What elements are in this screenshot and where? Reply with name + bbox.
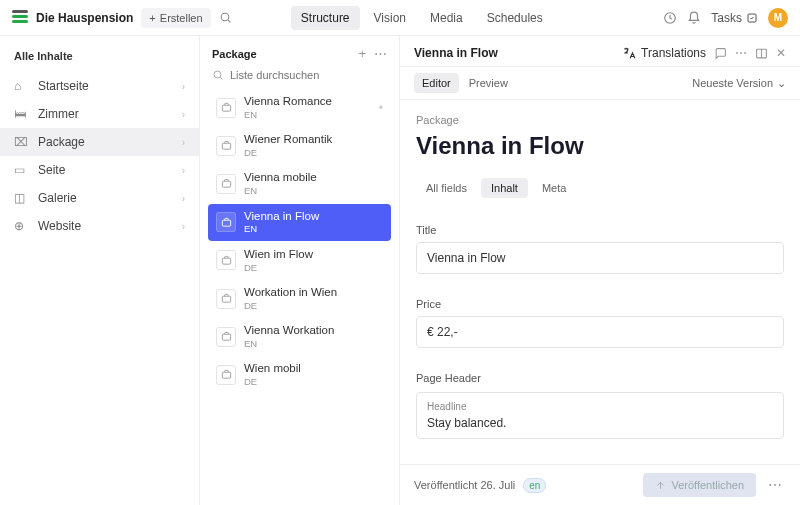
tasks-icon [746, 12, 758, 24]
package-icon [216, 174, 236, 194]
app-logo [12, 10, 28, 26]
list-more-icon[interactable]: ⋯ [374, 46, 387, 61]
sidebar-item-startseite[interactable]: ⌂Startseite› [0, 72, 199, 100]
svg-rect-7 [222, 143, 230, 149]
chevron-right-icon: › [182, 165, 185, 176]
list-item[interactable]: Vienna RomanceEN• [208, 89, 391, 126]
list-item[interactable]: Vienna in FlowEN [208, 204, 391, 241]
item-name: Wiener Romantik [244, 133, 332, 147]
headline-label: Headline [427, 401, 773, 412]
tab-media[interactable]: Media [420, 6, 473, 30]
sidebar-item-seite[interactable]: ▭Seite› [0, 156, 199, 184]
sidebar-item-label: Package [38, 135, 85, 149]
tab-structure[interactable]: Structure [291, 6, 360, 30]
title-field[interactable] [416, 242, 784, 274]
headline-value: Stay balanced. [427, 416, 773, 430]
nav-icon: ▭ [14, 163, 28, 177]
create-label: Erstellen [160, 12, 203, 24]
svg-rect-8 [222, 182, 230, 188]
svg-line-1 [228, 20, 230, 22]
item-name: Vienna in Flow [244, 210, 319, 224]
avatar[interactable]: M [768, 8, 788, 28]
sidebar-item-package[interactable]: ⌧Package› [0, 128, 199, 156]
version-dropdown[interactable]: Neueste Version ⌄ [692, 77, 786, 90]
item-lang: EN [244, 185, 317, 196]
comment-icon[interactable] [714, 47, 727, 60]
package-icon [216, 98, 236, 118]
footer-more-icon[interactable]: ⋯ [764, 477, 786, 493]
svg-rect-11 [222, 296, 230, 302]
svg-rect-9 [222, 220, 230, 226]
item-lang: DE [244, 376, 301, 387]
sidebar-item-label: Zimmer [38, 107, 79, 121]
tab-editor[interactable]: Editor [414, 73, 459, 93]
svg-line-5 [220, 77, 222, 79]
bell-icon[interactable] [687, 11, 701, 25]
svg-rect-12 [222, 334, 230, 340]
fieldtab-all[interactable]: All fields [416, 178, 477, 198]
svg-point-0 [221, 13, 229, 21]
create-button[interactable]: + Erstellen [141, 8, 210, 28]
clock-icon[interactable] [663, 11, 677, 25]
doc-breadcrumb: Vienna in Flow [414, 46, 614, 60]
brand-name: Die Hauspension [36, 11, 133, 25]
package-icon [216, 212, 236, 232]
tab-preview[interactable]: Preview [461, 73, 516, 93]
list-title: Package [212, 48, 350, 60]
svg-point-4 [214, 71, 221, 78]
publish-button[interactable]: Veröffentlichen [643, 473, 756, 497]
status-dot: • [379, 101, 383, 115]
chevron-right-icon: › [182, 137, 185, 148]
translate-icon [622, 46, 636, 60]
tasks-label: Tasks [711, 11, 742, 25]
chevron-right-icon: › [182, 81, 185, 92]
nav-icon: ◫ [14, 191, 28, 205]
list-item[interactable]: Workation in WienDE [208, 280, 391, 317]
translations-button[interactable]: Translations [622, 46, 706, 60]
item-name: Workation in Wien [244, 286, 337, 300]
close-icon[interactable]: ✕ [776, 46, 786, 60]
sidebar-item-website[interactable]: ⊕Website› [0, 212, 199, 240]
sidebar-item-galerie[interactable]: ◫Galerie› [0, 184, 199, 212]
chevron-right-icon: › [182, 221, 185, 232]
sidebar-item-zimmer[interactable]: 🛏Zimmer› [0, 100, 199, 128]
nav-icon: ⌧ [14, 135, 28, 149]
split-icon[interactable] [755, 47, 768, 60]
headline-field[interactable]: Headline Stay balanced. [416, 392, 784, 439]
translations-label: Translations [641, 46, 706, 60]
nav-icon: ⌂ [14, 79, 28, 93]
sidebar-item-label: Startseite [38, 79, 89, 93]
publish-label: Veröffentlichen [671, 479, 744, 491]
sidebar-item-label: Galerie [38, 191, 77, 205]
item-lang: DE [244, 147, 332, 158]
tab-vision[interactable]: Vision [364, 6, 416, 30]
publish-icon [655, 480, 666, 491]
package-icon [216, 289, 236, 309]
list-item[interactable]: Wien im FlowDE [208, 242, 391, 279]
svg-rect-13 [222, 373, 230, 379]
tab-schedules[interactable]: Schedules [477, 6, 553, 30]
svg-rect-10 [222, 258, 230, 264]
doc-more-icon[interactable]: ⋯ [735, 46, 747, 60]
package-icon [216, 327, 236, 347]
title-label: Title [416, 224, 784, 236]
fieldtab-inhalt[interactable]: Inhalt [481, 178, 528, 198]
list-item[interactable]: Vienna mobileEN [208, 165, 391, 202]
fieldtab-meta[interactable]: Meta [532, 178, 576, 198]
item-name: Vienna Workation [244, 324, 334, 338]
lang-chip[interactable]: en [523, 478, 546, 493]
search-icon [212, 69, 224, 81]
item-name: Vienna mobile [244, 171, 317, 185]
search-icon[interactable] [219, 11, 232, 24]
list-item[interactable]: Wiener RomantikDE [208, 127, 391, 164]
sidebar-item-label: Seite [38, 163, 65, 177]
sidebar-title: Alle Inhalte [0, 46, 199, 72]
list-search-input[interactable] [230, 69, 387, 81]
list-item[interactable]: Vienna WorkationEN [208, 318, 391, 355]
list-item[interactable]: Wien mobilDE [208, 356, 391, 393]
add-icon[interactable]: + [358, 46, 366, 61]
published-text: Veröffentlicht 26. Juli [414, 479, 515, 491]
tasks-button[interactable]: Tasks [711, 11, 758, 25]
price-field[interactable] [416, 316, 784, 348]
item-lang: DE [244, 262, 313, 273]
